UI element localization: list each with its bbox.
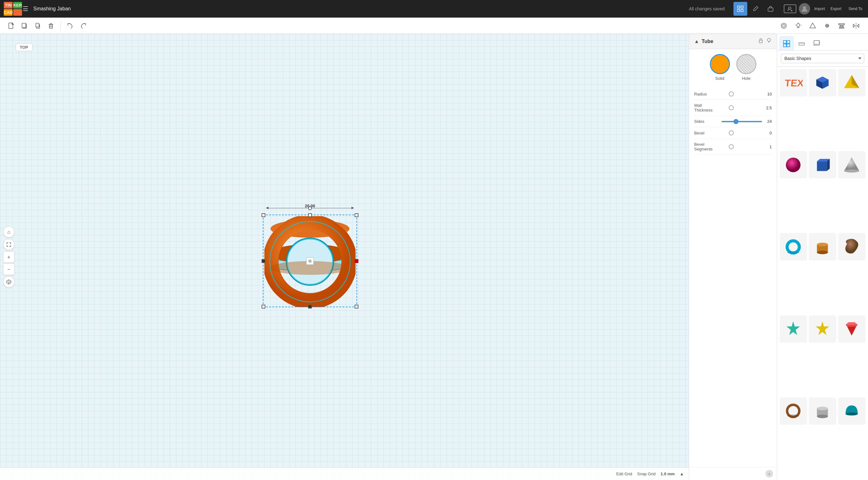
menu-icon[interactable]: ☰	[23, 5, 28, 12]
zoom-in-button[interactable]: +	[3, 252, 14, 263]
add-user-button[interactable]	[784, 4, 796, 13]
svg-marker-21	[810, 23, 815, 28]
lock-icon[interactable]	[758, 38, 764, 45]
svg-rect-46	[787, 40, 790, 43]
copy-button[interactable]	[18, 20, 31, 32]
logo-cad2	[13, 9, 22, 16]
toolbar	[0, 18, 868, 34]
edit-grid-button[interactable]: Edit Grid	[616, 472, 632, 476]
shape-text-3d[interactable]: TEXT	[780, 69, 807, 97]
snap-arrow-icon[interactable]: ▲	[680, 472, 684, 476]
shape-cylinder-gray[interactable]	[809, 398, 836, 425]
properties-title: Tube	[702, 39, 755, 44]
tube-shape[interactable]	[265, 216, 355, 307]
radius-label: Radius	[694, 92, 729, 97]
radius-value: 10	[759, 92, 772, 97]
send-to-button[interactable]: Send To	[847, 3, 864, 14]
shape-torus[interactable]	[780, 233, 807, 261]
bevel-radio[interactable]	[729, 130, 734, 135]
briefcase-icon[interactable]	[764, 2, 777, 16]
svg-point-67	[844, 169, 859, 172]
zoom-out-button[interactable]: −	[3, 264, 14, 275]
shape-cone[interactable]	[838, 151, 866, 178]
svg-marker-77	[846, 322, 858, 325]
shape-dome-teal[interactable]	[838, 398, 866, 425]
svg-rect-27	[840, 26, 843, 27]
radius-row: Radius 10	[694, 88, 772, 100]
sides-row: Sides 24	[694, 116, 772, 127]
properties-body: Radius 10 WallThickness 2.5 Sides	[689, 86, 777, 467]
bevel-segments-radio[interactable]	[729, 144, 734, 149]
wall-thickness-radio[interactable]	[729, 105, 734, 110]
canvas-area[interactable]: TOP 20.00	[0, 34, 689, 480]
separator-1	[60, 21, 61, 31]
svg-marker-75	[847, 327, 856, 336]
shape-box[interactable]	[809, 69, 836, 97]
radius-radio[interactable]	[729, 92, 734, 97]
align-button[interactable]	[835, 20, 848, 32]
solid-option[interactable]: Solid	[710, 54, 730, 81]
tab-ruler[interactable]	[795, 36, 809, 50]
shape-pyramid[interactable]	[838, 69, 866, 97]
hole-option[interactable]: Hole	[736, 54, 756, 81]
bevel-label: Bevel	[694, 131, 729, 135]
bevel-value: 0	[759, 131, 772, 135]
duplicate-button[interactable]	[31, 20, 44, 32]
perspective-button[interactable]	[3, 276, 14, 288]
main-area: TOP 20.00	[0, 34, 868, 480]
mirror-button[interactable]	[849, 20, 863, 32]
grid-button[interactable]	[820, 20, 834, 32]
snap-value: 1.0 mm	[660, 472, 675, 476]
export-button[interactable]: Export	[829, 3, 843, 14]
redo-button[interactable]	[77, 20, 90, 32]
tab-notes[interactable]	[810, 36, 824, 50]
import-button[interactable]: Import	[814, 3, 825, 14]
solid-circle[interactable]	[710, 54, 730, 74]
shape-gem-red[interactable]	[838, 315, 866, 343]
properties-panel: ▲ Tube Solid Hole	[689, 34, 777, 480]
project-name[interactable]: Smashing Jaban	[33, 6, 71, 12]
svg-marker-73	[786, 321, 800, 335]
shape-blob[interactable]	[838, 233, 866, 261]
shape-sphere[interactable]	[780, 151, 807, 178]
delete-button[interactable]	[44, 20, 57, 32]
avatar[interactable]	[799, 3, 810, 14]
undo-button[interactable]	[64, 20, 76, 32]
dimension-arrow	[266, 208, 354, 208]
shapes-dropdown[interactable]: Basic Shapes	[781, 54, 864, 63]
shape-box-blue[interactable]	[809, 151, 836, 178]
svg-rect-11	[36, 23, 39, 27]
tools-icon[interactable]	[748, 2, 763, 16]
svg-rect-45	[783, 40, 786, 43]
light-button[interactable]	[791, 20, 805, 32]
home-button[interactable]: ⌂	[3, 227, 14, 238]
sides-slider[interactable]	[721, 121, 762, 122]
right-tabs	[777, 34, 868, 50]
shape-button[interactable]	[806, 20, 819, 32]
object-container[interactable]: 20.00	[260, 204, 360, 310]
solid-label: Solid	[715, 76, 724, 81]
logo[interactable]: TIN KER CAD	[4, 2, 18, 16]
right-panel: Basic Shapes TEXT	[777, 34, 868, 480]
grid-view-icon[interactable]	[734, 2, 747, 16]
view-mode-button[interactable]	[777, 20, 790, 32]
tab-grid[interactable]	[780, 36, 794, 50]
bevel-row: Bevel 0	[694, 127, 772, 139]
shape-cylinder-brown[interactable]	[809, 233, 836, 261]
svg-rect-12	[49, 25, 53, 28]
hole-circle[interactable]	[736, 54, 756, 74]
shape-ring-brown[interactable]	[780, 398, 807, 425]
new-button[interactable]	[5, 20, 18, 32]
svg-marker-31	[857, 24, 859, 27]
solid-hole-selector: Solid Hole	[689, 49, 777, 86]
bulb-icon[interactable]	[766, 38, 772, 45]
shape-star-yellow[interactable]	[809, 315, 836, 343]
shape-star-teal[interactable]	[780, 315, 807, 343]
fit-button[interactable]	[3, 239, 14, 250]
svg-rect-9	[22, 23, 26, 28]
collapse-icon[interactable]: ▲	[694, 39, 699, 44]
svg-point-69	[787, 251, 800, 253]
bevel-segments-row: BevelSegments 1	[694, 139, 772, 155]
svg-point-68	[787, 241, 800, 253]
expand-shapes-icon[interactable]: ›	[766, 470, 773, 478]
